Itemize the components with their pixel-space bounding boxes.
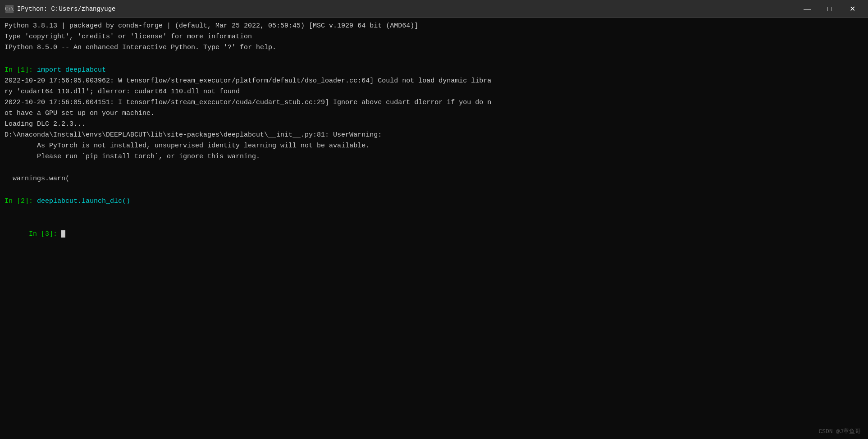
user-warning-msg-2: Please run `pip install torch`, or ignor… [5,151,863,162]
prompt-line-3[interactable]: In [3]: [5,218,863,251]
warnings-warn-line: warnings.warn( [5,174,863,184]
terminal-body[interactable]: Python 3.8.13 | packaged by conda-forge … [0,18,868,439]
empty-line-2 [5,162,863,174]
tf-warning-line-1: 2022-10-20 17:56:05.003962: W tensorflow… [5,76,863,87]
title-bar-left: C:\ IPython: C:Users/zhangyuge [5,5,115,13]
terminal-icon: C:\ [5,5,14,13]
window-controls: — □ ✕ [797,2,863,16]
watermark: CSDN @J章鱼哥 [818,427,861,435]
title-bar: C:\ IPython: C:Users/zhangyuge — □ ✕ [0,0,868,18]
terminal-cursor [61,230,65,238]
terminal-window: C:\ IPython: C:Users/zhangyuge — □ ✕ Pyt… [0,0,868,439]
ipython-version-line: IPython 8.5.0 -- An enhanced Interactive… [5,42,863,53]
tf-warning-line-2: ry 'cudart64_110.dll'; dlerror: cudart64… [5,87,863,97]
empty-line-4 [5,207,863,219]
user-warning-msg-1: As PyTorch is not installed, unsupervise… [5,141,863,151]
prompt-line-1: In [1]: import deeplabcut [5,65,863,76]
user-warning-path-line: D:\Anaconda\Install\envs\DEEPLABCUT\lib\… [5,130,863,141]
empty-line-1 [5,53,863,65]
tf-warning-line-3: 2022-10-20 17:56:05.004151: I tensorflow… [5,97,863,108]
prompt-line-2: In [2]: deeplabcut.launch_dlc() [5,196,863,207]
tf-warning-line-4: ot have a GPU set up on your machine. [5,108,863,119]
close-button[interactable]: ✕ [842,2,863,16]
maximize-button[interactable]: □ [819,2,840,16]
window-title: IPython: C:Users/zhangyuge [17,5,115,13]
python-version-line: Python 3.8.13 | packaged by conda-forge … [5,21,863,32]
empty-line-3 [5,184,863,196]
type-info-line: Type 'copyright', 'credits' or 'license'… [5,32,863,42]
loading-dlc-line: Loading DLC 2.2.3... [5,119,863,130]
minimize-button[interactable]: — [797,2,818,16]
